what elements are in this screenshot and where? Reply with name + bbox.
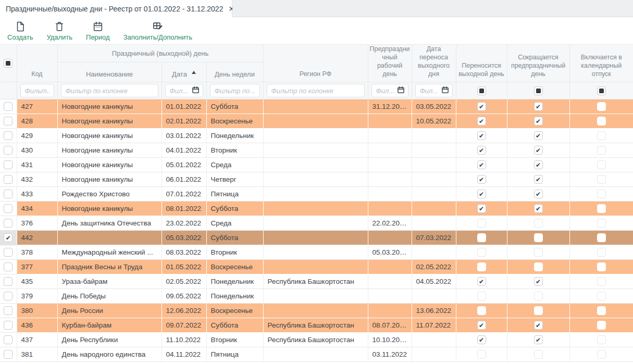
table-row[interactable]: 430Новогодние каникулы04.01.2022Вторник✔…: [0, 143, 633, 158]
vacation-checkbox[interactable]: [597, 306, 606, 315]
transfers-checkbox[interactable]: [477, 306, 486, 315]
row-select-checkbox[interactable]: [4, 190, 13, 198]
row-select-checkbox[interactable]: [4, 306, 13, 315]
name-filter-input[interactable]: [61, 84, 158, 97]
row-select-checkbox[interactable]: [4, 321, 13, 330]
preholiday-filter-input[interactable]: Фил...: [371, 84, 408, 97]
table-row[interactable]: 378Международный женский ...08.03.2022Вт…: [0, 245, 633, 260]
vacation-checkbox[interactable]: [597, 321, 606, 330]
tab-holidays-registry[interactable]: Праздничные/выходные дни - Реестр от 01.…: [0, 0, 232, 17]
calendar-icon[interactable]: [441, 86, 449, 95]
shortened-checkbox[interactable]: ✔: [534, 204, 543, 213]
table-row[interactable]: 433Рождество Христово07.01.2022Пятница✔✔: [0, 187, 633, 202]
transfers-checkbox[interactable]: ✔: [477, 117, 486, 125]
transfer-date-filter-input[interactable]: Фил...: [415, 84, 453, 97]
transfers-checkbox[interactable]: ✔: [477, 321, 486, 330]
vacation-checkbox[interactable]: [597, 160, 606, 169]
transfers-checkbox[interactable]: ✔: [477, 204, 486, 213]
transfers-checkbox[interactable]: ✔: [477, 131, 486, 140]
table-row[interactable]: 434Новогодние каникулы08.01.2022Суббота✔…: [0, 202, 633, 216]
row-select-checkbox[interactable]: [4, 175, 13, 184]
row-select-checkbox[interactable]: [4, 350, 13, 359]
shortened-checkbox[interactable]: [534, 306, 543, 315]
column-header-transfer-date[interactable]: Дата переноса выходного дня: [412, 45, 456, 82]
row-select-checkbox[interactable]: [4, 102, 13, 111]
vacation-checkbox[interactable]: [597, 219, 606, 228]
region-filter-input[interactable]: [267, 84, 365, 97]
shortened-checkbox[interactable]: ✔: [534, 321, 543, 330]
column-header-name[interactable]: Наименование: [57, 62, 162, 82]
calendar-icon[interactable]: [397, 86, 405, 95]
shortened-checkbox[interactable]: ✔: [534, 277, 543, 286]
column-header-shortened[interactable]: Сокращается предпраздничный день: [507, 45, 569, 82]
vacation-checkbox[interactable]: [597, 204, 606, 213]
sort-ascending-icon[interactable]: [192, 71, 196, 74]
table-row[interactable]: 431Новогодние каникулы05.01.2022Среда✔✔: [0, 158, 633, 172]
row-select-checkbox[interactable]: [4, 219, 13, 228]
shortened-checkbox[interactable]: ✔: [534, 160, 543, 169]
vacation-checkbox[interactable]: [597, 350, 606, 359]
vacation-checkbox[interactable]: [597, 335, 606, 344]
table-row[interactable]: 380День России12.06.2022Воскресенье13.06…: [0, 304, 633, 318]
table-row[interactable]: 377Праздник Весны и Труда01.05.2022Воскр…: [0, 260, 633, 274]
table-row[interactable]: 428Новогодние каникулы02.01.2022Воскресе…: [0, 114, 633, 129]
transfers-checkbox[interactable]: ✔: [477, 146, 486, 155]
shortened-checkbox[interactable]: ✔: [534, 102, 543, 111]
vacation-checkbox[interactable]: [597, 102, 606, 111]
shortened-checkbox[interactable]: [534, 219, 543, 228]
column-header-vacation[interactable]: Включается в календарный отпуск: [569, 45, 633, 82]
table-row[interactable]: 381День народного единства04.11.2022Пятн…: [0, 347, 633, 362]
transfers-checkbox[interactable]: ✔: [477, 335, 486, 344]
shortened-checkbox[interactable]: ✔: [534, 335, 543, 344]
row-select-checkbox[interactable]: [4, 335, 13, 344]
shortened-checkbox[interactable]: ✔: [534, 190, 543, 198]
transfers-checkbox[interactable]: [477, 248, 486, 257]
date-filter-input[interactable]: Фил...: [165, 84, 203, 97]
vacation-checkbox[interactable]: [597, 292, 606, 300]
transfers-checkbox[interactable]: ✔: [477, 190, 486, 198]
row-select-checkbox[interactable]: ✔: [4, 233, 13, 242]
calendar-icon[interactable]: [192, 86, 200, 95]
table-row[interactable]: 427Новогодние каникулы01.01.2022Суббота3…: [0, 99, 633, 114]
column-header-weekday[interactable]: День недели: [206, 62, 263, 82]
shortened-checkbox[interactable]: [534, 233, 543, 242]
fill-complete-button[interactable]: Заполнить/Дополнить: [123, 21, 192, 41]
weekday-filter-input[interactable]: [210, 84, 260, 97]
delete-button[interactable]: Удалить: [46, 21, 72, 41]
create-button[interactable]: Создать: [7, 21, 33, 41]
row-select-checkbox[interactable]: [4, 248, 13, 257]
transfers-checkbox[interactable]: [477, 233, 486, 242]
shortened-checkbox[interactable]: [534, 262, 543, 271]
vacation-checkbox[interactable]: [597, 131, 606, 140]
column-header-transfers[interactable]: Переносится выходной день: [456, 45, 507, 82]
transfers-filter-checkbox[interactable]: [477, 86, 486, 95]
shortened-checkbox[interactable]: [534, 248, 543, 257]
shortened-checkbox[interactable]: [534, 292, 543, 300]
column-header-preholiday[interactable]: Предпраздничный рабочий день: [368, 45, 412, 82]
vacation-checkbox[interactable]: [597, 175, 606, 184]
period-button[interactable]: Период: [86, 21, 110, 41]
row-select-checkbox[interactable]: [4, 117, 13, 125]
row-select-checkbox[interactable]: [4, 292, 13, 300]
column-header-code[interactable]: Код: [17, 45, 57, 82]
row-select-checkbox[interactable]: [4, 146, 13, 155]
table-row[interactable]: 437День Республики11.10.2022ВторникРеспу…: [0, 333, 633, 347]
vacation-checkbox[interactable]: [597, 233, 606, 242]
vacation-checkbox[interactable]: [597, 146, 606, 155]
vacation-checkbox[interactable]: [597, 262, 606, 271]
row-select-checkbox[interactable]: [4, 262, 13, 271]
shortened-filter-checkbox[interactable]: [534, 86, 543, 95]
vacation-checkbox[interactable]: [597, 248, 606, 257]
column-header-date[interactable]: Дата: [162, 62, 206, 82]
table-row[interactable]: ✔44205.03.2022Суббота07.03.2022: [0, 231, 633, 245]
select-all-checkbox[interactable]: [4, 59, 13, 68]
shortened-checkbox[interactable]: ✔: [534, 117, 543, 125]
transfers-checkbox[interactable]: ✔: [477, 175, 486, 184]
shortened-checkbox[interactable]: ✔: [534, 146, 543, 155]
transfers-checkbox[interactable]: ✔: [477, 277, 486, 286]
vacation-filter-checkbox[interactable]: [597, 86, 606, 95]
transfers-checkbox[interactable]: [477, 219, 486, 228]
transfers-checkbox[interactable]: [477, 350, 486, 359]
table-row[interactable]: 429Новогодние каникулы03.01.2022Понедель…: [0, 129, 633, 143]
row-select-checkbox[interactable]: [4, 131, 13, 140]
